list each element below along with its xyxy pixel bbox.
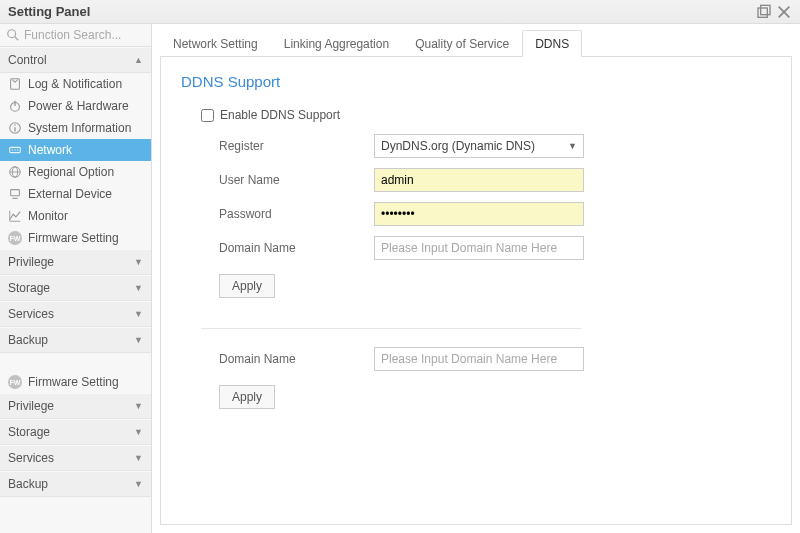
tab-label: Network Setting xyxy=(173,37,258,51)
enable-ddns-checkbox[interactable] xyxy=(201,109,214,122)
sidebar-item-label: Network xyxy=(28,143,72,157)
globe-icon xyxy=(8,165,22,179)
enable-ddns-label: Enable DDNS Support xyxy=(220,108,340,122)
sidebar-header-privilege-2[interactable]: Privilege ▼ xyxy=(0,393,151,419)
sidebar-header-storage-2[interactable]: Storage ▼ xyxy=(0,419,151,445)
sidebar-header-storage[interactable]: Storage ▼ xyxy=(0,275,151,301)
domain-label: Domain Name xyxy=(219,352,374,366)
sidebar-header-backup[interactable]: Backup ▼ xyxy=(0,327,151,353)
sidebar-header-label: Backup xyxy=(8,477,48,491)
password-input[interactable] xyxy=(374,202,584,226)
password-label: Password xyxy=(219,207,374,221)
chart-icon xyxy=(8,209,22,223)
sidebar-header-label: Storage xyxy=(8,425,50,439)
sidebar-item-network[interactable]: Network xyxy=(0,139,151,161)
username-label: User Name xyxy=(219,173,374,187)
sidebar-item-label: Log & Notification xyxy=(28,77,122,91)
sidebar-item-label: Firmware Setting xyxy=(28,231,119,245)
svg-rect-0 xyxy=(758,8,767,17)
sidebar-item-label: System Information xyxy=(28,121,131,135)
svg-point-15 xyxy=(17,149,18,150)
tab-label: Linking Aggregation xyxy=(284,37,389,51)
domain-row-2: Domain Name xyxy=(201,347,771,371)
sidebar-header-label: Storage xyxy=(8,281,50,295)
firmware-icon: FW xyxy=(8,231,22,245)
sidebar-header-services-2[interactable]: Services ▼ xyxy=(0,445,151,471)
apply-label: Apply xyxy=(232,279,262,293)
register-row: Register DynDNS.org (Dynamic DNS) ▼ xyxy=(201,134,771,158)
sidebar-item-label: External Device xyxy=(28,187,112,201)
device-icon xyxy=(8,187,22,201)
tab-qos[interactable]: Quality of Service xyxy=(402,30,522,57)
close-icon[interactable] xyxy=(776,4,792,20)
info-icon xyxy=(8,121,22,135)
sidebar-header-privilege[interactable]: Privilege ▼ xyxy=(0,249,151,275)
chevron-down-icon: ▼ xyxy=(568,141,577,151)
sidebar-item-label: Monitor xyxy=(28,209,68,223)
register-select[interactable]: DynDNS.org (Dynamic DNS) ▼ xyxy=(374,134,584,158)
tab-label: DDNS xyxy=(535,37,569,51)
apply-button[interactable]: Apply xyxy=(219,274,275,298)
panel-heading: DDNS Support xyxy=(181,73,771,90)
clipboard-icon xyxy=(8,77,22,91)
chevron-down-icon: ▼ xyxy=(134,283,143,293)
ddns-panel: DDNS Support Enable DDNS Support Registe… xyxy=(160,57,792,525)
search-box[interactable] xyxy=(0,24,151,47)
sidebar-item-power[interactable]: Power & Hardware xyxy=(0,95,151,117)
settings-window: Setting Panel Control ▲ xyxy=(0,0,800,533)
body: Control ▲ Log & Notification Power & Har… xyxy=(0,24,800,533)
svg-point-4 xyxy=(8,30,16,38)
divider xyxy=(201,328,581,329)
tab-linking-aggregation[interactable]: Linking Aggregation xyxy=(271,30,402,57)
chevron-down-icon: ▼ xyxy=(134,401,143,411)
tabs: Network Setting Linking Aggregation Qual… xyxy=(160,29,792,57)
apply-label: Apply xyxy=(232,390,262,404)
chevron-up-icon: ▲ xyxy=(134,55,143,65)
enable-ddns-row: Enable DDNS Support xyxy=(201,108,771,122)
ddns-form-2: Domain Name Apply xyxy=(181,347,771,409)
sidebar-item-firmware[interactable]: FW Firmware Setting xyxy=(0,227,151,249)
sidebar-item-regional[interactable]: Regional Option xyxy=(0,161,151,183)
sidebar: Control ▲ Log & Notification Power & Har… xyxy=(0,24,152,533)
username-input[interactable] xyxy=(374,168,584,192)
svg-rect-6 xyxy=(11,79,20,90)
domain-input[interactable] xyxy=(374,236,584,260)
sidebar-item-external-device[interactable]: External Device xyxy=(0,183,151,205)
sidebar-item-firmware-2[interactable]: FW Firmware Setting xyxy=(0,371,151,393)
sidebar-header-label: Control xyxy=(8,53,47,67)
sidebar-header-backup-2[interactable]: Backup ▼ xyxy=(0,471,151,497)
network-icon xyxy=(8,143,22,157)
svg-line-5 xyxy=(15,37,19,41)
search-icon xyxy=(6,28,20,42)
sidebar-list[interactable]: Control ▲ Log & Notification Power & Har… xyxy=(0,47,151,533)
domain-input-2[interactable] xyxy=(374,347,584,371)
register-label: Register xyxy=(219,139,374,153)
svg-rect-1 xyxy=(761,5,770,14)
sidebar-item-log[interactable]: Log & Notification xyxy=(0,73,151,95)
svg-point-11 xyxy=(14,124,16,126)
sidebar-header-label: Privilege xyxy=(8,399,54,413)
sidebar-item-label: Power & Hardware xyxy=(28,99,129,113)
main: Network Setting Linking Aggregation Qual… xyxy=(152,24,800,533)
sidebar-item-system-info[interactable]: System Information xyxy=(0,117,151,139)
sidebar-item-label: Firmware Setting xyxy=(28,375,119,389)
sidebar-item-monitor[interactable]: Monitor xyxy=(0,205,151,227)
username-row: User Name xyxy=(201,168,771,192)
tab-label: Quality of Service xyxy=(415,37,509,51)
power-icon xyxy=(8,99,22,113)
sidebar-header-control[interactable]: Control ▲ xyxy=(0,47,151,73)
chevron-down-icon: ▼ xyxy=(134,453,143,463)
restore-icon[interactable] xyxy=(756,4,772,20)
sidebar-header-label: Services xyxy=(8,451,54,465)
svg-point-14 xyxy=(14,149,15,150)
chevron-down-icon: ▼ xyxy=(134,427,143,437)
apply-button-2[interactable]: Apply xyxy=(219,385,275,409)
register-value: DynDNS.org (Dynamic DNS) xyxy=(381,139,535,153)
search-input[interactable] xyxy=(24,28,145,42)
chevron-down-icon: ▼ xyxy=(134,257,143,267)
tab-ddns[interactable]: DDNS xyxy=(522,30,582,57)
domain-label: Domain Name xyxy=(219,241,374,255)
sidebar-header-services[interactable]: Services ▼ xyxy=(0,301,151,327)
tab-network-setting[interactable]: Network Setting xyxy=(160,30,271,57)
sidebar-header-label: Services xyxy=(8,307,54,321)
